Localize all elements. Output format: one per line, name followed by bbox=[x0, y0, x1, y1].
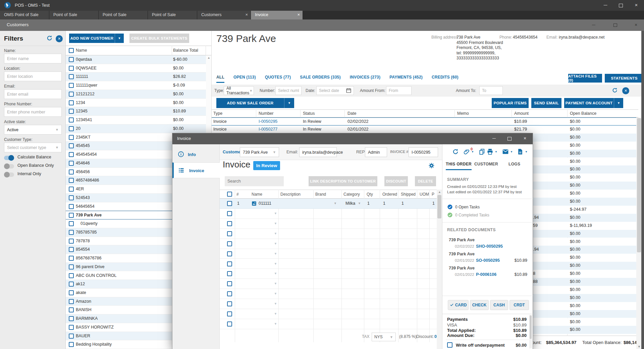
row-checkbox[interactable] bbox=[227, 291, 232, 296]
statements-button[interactable]: STATEMENTS bbox=[605, 74, 644, 83]
row-checkbox[interactable] bbox=[227, 201, 232, 206]
row-checkbox[interactable] bbox=[69, 74, 74, 79]
row-checkbox[interactable] bbox=[69, 92, 74, 97]
calendar-icon[interactable] bbox=[346, 88, 352, 94]
row-checkbox[interactable] bbox=[69, 169, 74, 174]
transaction-number-link[interactable]: I-0050277 bbox=[259, 127, 277, 132]
item-search-input[interactable] bbox=[225, 176, 284, 186]
filters-close-button[interactable]: × bbox=[56, 35, 63, 42]
modal-sidebar-item-invoice[interactable]: Invoice bbox=[172, 162, 220, 178]
invoice-number-input[interactable]: I-0050295 bbox=[409, 147, 438, 157]
related-doc-link[interactable]: SO-0050295 bbox=[476, 258, 500, 263]
detail-tab-payments-452-[interactable]: PAYMENTS (452) bbox=[389, 75, 423, 82]
row-checkbox[interactable] bbox=[69, 135, 74, 140]
row-checkbox[interactable] bbox=[69, 178, 74, 183]
row-checkbox[interactable] bbox=[69, 342, 74, 347]
item-select-dropdown-icon[interactable]: ▼ bbox=[274, 232, 277, 235]
item-select-dropdown-icon[interactable]: ▼ bbox=[274, 292, 277, 295]
pay-button-card[interactable]: CARD bbox=[448, 300, 469, 310]
printer-icon[interactable] bbox=[487, 148, 493, 156]
filter-email-input[interactable] bbox=[4, 89, 62, 99]
modal-minimize-button[interactable]: ─ bbox=[486, 133, 502, 144]
chevron-down-icon[interactable]: ▼ bbox=[495, 150, 497, 153]
chevron-down-icon[interactable]: ▼ bbox=[510, 150, 513, 153]
payment-on-account-dropdown[interactable]: ▼ bbox=[614, 98, 623, 108]
row-checkbox[interactable] bbox=[69, 221, 74, 226]
chevron-down-icon[interactable]: ▼ bbox=[525, 150, 528, 153]
customer-row[interactable]: 0QWSAEE$0.00 bbox=[66, 64, 206, 73]
toggle-calculate-balance[interactable] bbox=[4, 156, 14, 160]
item-select-dropdown-icon[interactable]: ▼ bbox=[274, 312, 277, 315]
row-checkbox[interactable] bbox=[227, 231, 232, 236]
item-select-dropdown-icon[interactable]: ▼ bbox=[274, 222, 277, 225]
add-new-sale-order-dropdown[interactable]: ▼ bbox=[284, 98, 294, 108]
open-tasks-text[interactable]: 0 Open Tasks bbox=[455, 205, 480, 209]
detail-tab-quotes-77-[interactable]: QUOTES (77) bbox=[265, 75, 291, 82]
item-select-dropdown-icon[interactable]: ▼ bbox=[274, 322, 277, 326]
customer-row[interactable]: 20$0.00 bbox=[66, 124, 206, 133]
row-checkbox[interactable] bbox=[69, 126, 74, 131]
panel-tab-logs[interactable]: LOGS bbox=[508, 162, 520, 169]
detail-tab-credits-60-[interactable]: CREDITS (60) bbox=[432, 75, 459, 82]
toolbar-button-link-description-to-customer[interactable]: LINK DESCRIPTION TO CUSTOMER bbox=[309, 176, 377, 186]
action-button-send-email[interactable]: SEND EMAIL bbox=[531, 98, 561, 108]
row-checkbox[interactable] bbox=[69, 290, 74, 295]
row-checkbox[interactable] bbox=[69, 316, 74, 321]
row-checkbox[interactable] bbox=[69, 213, 74, 218]
filter-customertype-select[interactable]: Select customer type▼ bbox=[4, 143, 62, 152]
item-row-empty[interactable]: ▼ bbox=[220, 299, 437, 309]
invoice-email-input[interactable]: iryna.braila@devpace bbox=[299, 147, 337, 157]
add-new-customer-dropdown[interactable]: ▼ bbox=[115, 34, 124, 43]
row-checkbox[interactable] bbox=[69, 273, 74, 278]
row-checkbox[interactable] bbox=[69, 204, 74, 209]
row-checkbox[interactable] bbox=[69, 230, 74, 235]
item-row-empty[interactable]: ▼ bbox=[220, 209, 437, 219]
tab-oms-point-of-sale[interactable]: OMS Point of Sale bbox=[0, 11, 49, 19]
row-checkbox[interactable] bbox=[227, 261, 232, 266]
item-select-dropdown-icon[interactable]: ▼ bbox=[274, 212, 277, 215]
detail-tab-invoices-273-[interactable]: INVOICES (273) bbox=[350, 75, 381, 82]
scroll-up-icon[interactable]: ▲ bbox=[207, 56, 210, 59]
add-new-customer-button[interactable]: ADD NEW CUSTOMER bbox=[69, 34, 115, 43]
transactions-clear-button[interactable]: × bbox=[622, 87, 629, 94]
row-checkbox[interactable] bbox=[69, 109, 74, 114]
transaction-number-link[interactable]: I-0050295 bbox=[259, 119, 277, 124]
customer-row[interactable]: 12121212$0.00 bbox=[66, 90, 206, 99]
create-bulk-statements-button[interactable]: CREATE BULK STATEMENTS bbox=[129, 34, 189, 43]
add-new-sale-order-button[interactable]: ADD NEW SALE ORDER bbox=[216, 98, 284, 108]
filter-name-input[interactable] bbox=[4, 54, 62, 63]
item-select-dropdown-icon[interactable]: ▼ bbox=[274, 252, 277, 255]
customers-restore-button[interactable] bbox=[608, 19, 622, 31]
modal-close-button[interactable]: × bbox=[517, 133, 533, 144]
category-dropdown-icon[interactable]: ▼ bbox=[358, 202, 361, 205]
toolbar-button-discount[interactable]: DISCOUNT bbox=[384, 176, 408, 186]
item-row-empty[interactable]: ▼ bbox=[220, 229, 437, 239]
row-checkbox[interactable] bbox=[69, 83, 74, 88]
toggle-internal-only[interactable] bbox=[4, 172, 14, 177]
number-input[interactable] bbox=[275, 86, 302, 95]
row-checkbox[interactable] bbox=[69, 152, 74, 157]
pay-button-crdt[interactable]: CRDT bbox=[509, 300, 529, 310]
row-checkbox[interactable] bbox=[69, 247, 74, 252]
detail-tab-sale-orders-335-[interactable]: SALE ORDERS (335) bbox=[300, 75, 340, 82]
tab-close-icon[interactable]: × bbox=[297, 12, 300, 17]
customers-minimize-button[interactable]: ─ bbox=[587, 19, 600, 31]
scroll-down-icon[interactable]: ▼ bbox=[638, 345, 641, 348]
item-row-empty[interactable]: ▼ bbox=[220, 319, 437, 329]
related-doc-link[interactable]: SHO-0050295 bbox=[476, 244, 503, 249]
item-row-empty[interactable]: ▼ bbox=[220, 249, 437, 259]
row-checkbox[interactable] bbox=[69, 161, 74, 166]
window-close-button[interactable]: × bbox=[629, 0, 644, 11]
panel-tab-customer[interactable]: CUSTOMER bbox=[474, 162, 498, 169]
modal-maximize-button[interactable] bbox=[502, 133, 517, 144]
item-row-empty[interactable]: ▼ bbox=[220, 259, 437, 269]
row-checkbox[interactable] bbox=[227, 221, 232, 226]
row-checkbox[interactable] bbox=[69, 334, 74, 339]
detail-tab-all[interactable]: ALL bbox=[216, 75, 224, 83]
customer-row[interactable]: 111111$26.82 bbox=[66, 72, 206, 81]
mail-icon[interactable] bbox=[502, 148, 509, 156]
refresh-icon[interactable] bbox=[452, 148, 459, 156]
customer-select[interactable]: 739 Park Ave▼ bbox=[240, 147, 279, 157]
transactions-refresh-icon[interactable] bbox=[612, 87, 618, 94]
filter-location-input[interactable] bbox=[4, 71, 62, 81]
